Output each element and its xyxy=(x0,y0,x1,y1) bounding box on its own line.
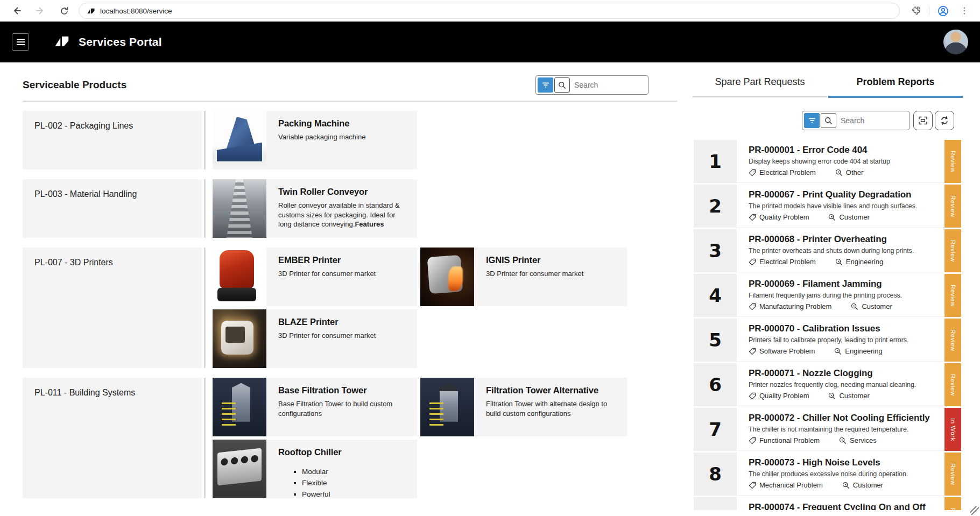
status-badge: Review xyxy=(944,453,961,496)
section-divider xyxy=(204,111,206,169)
row-number: 1 xyxy=(694,140,737,183)
forward-icon[interactable] xyxy=(32,3,48,19)
row-number: 2 xyxy=(694,185,737,228)
filter-button[interactable] xyxy=(804,113,820,128)
app-title: Services Portal xyxy=(79,36,162,48)
problem-report-row[interactable]: 7 PR-000072 - Chiller Not Cooling Effici… xyxy=(694,408,961,451)
menu-button[interactable] xyxy=(12,33,29,51)
report-title: PR-000071 - Nozzle Clogging xyxy=(749,368,942,379)
browser-menu-icon[interactable]: ⋮ xyxy=(956,3,972,19)
report-description: The chiller produces excessive noise dur… xyxy=(749,470,942,478)
tag-icon xyxy=(749,437,756,444)
product-sections: PL-002 - Packaging Lines Packing Machine… xyxy=(23,111,648,501)
app-header: Services Portal xyxy=(0,22,980,62)
status-badge: Review xyxy=(944,363,961,406)
product-title: Filtration Tower Alternative xyxy=(486,385,617,395)
report-description: The printer overheats and shuts down dur… xyxy=(749,247,942,255)
url-bar[interactable]: localhost:8080/service xyxy=(79,3,900,19)
detection-icon xyxy=(828,214,836,221)
products-search-input[interactable] xyxy=(570,81,646,89)
product-item[interactable]: BLAZE Printer 3D Printer for consumer ma… xyxy=(213,309,417,368)
tab-spare-part-requests[interactable]: Spare Part Requests xyxy=(693,76,827,97)
reload-icon[interactable] xyxy=(56,3,72,19)
product-title: Packing Machine xyxy=(278,118,407,129)
report-tags: Mechanical Problem Customer xyxy=(749,481,942,489)
product-item[interactable]: Base Filtration Tower Base Filtration To… xyxy=(213,378,417,436)
product-item[interactable]: IGNIS Printer 3D Printer for consumer ma… xyxy=(420,248,627,306)
resize-grip[interactable] xyxy=(970,506,979,515)
product-description: 3D Printer for consumer market xyxy=(486,269,617,279)
products-search xyxy=(535,75,648,95)
product-description: Variable packaging machine xyxy=(278,132,407,142)
product-line-card[interactable]: PL-011 - Building Systems xyxy=(23,378,202,498)
product-title: EMBER Printer xyxy=(278,255,407,265)
reported-by-tag: Engineering xyxy=(835,258,883,266)
report-description: Printers fail to calibrate properly, lea… xyxy=(749,336,942,344)
row-number: 9 xyxy=(694,497,737,510)
search-icon[interactable] xyxy=(821,113,836,128)
problem-report-row[interactable]: 9 PR-000074 - Frequent Cycling On and Of… xyxy=(694,497,961,510)
status-badge: Review xyxy=(944,497,961,510)
product-title: Rooftop Chiller xyxy=(278,447,407,457)
row-number: 6 xyxy=(694,363,737,406)
product-item[interactable]: EMBER Printer 3D Printer for consumer ma… xyxy=(213,248,417,306)
row-number: 5 xyxy=(694,319,737,362)
report-tags: Manufacturing Problem Customer xyxy=(749,302,942,310)
report-content: PR-000073 - High Noise Levels The chille… xyxy=(737,453,944,496)
problem-report-row[interactable]: 4 PR-000069 - Filament Jamming Filament … xyxy=(694,274,961,317)
product-title: IGNIS Printer xyxy=(486,255,617,265)
reports-toolbar xyxy=(802,111,980,130)
report-content: PR-000068 - Printer Overheating The prin… xyxy=(737,229,944,272)
section-divider xyxy=(204,248,206,368)
product-item[interactable]: Filtration Tower Alternative Filtration … xyxy=(420,378,627,436)
problem-report-row[interactable]: 2 PR-000067 - Print Quality Degradation … xyxy=(694,185,961,228)
product-item[interactable]: Packing Machine Variable packaging machi… xyxy=(213,111,417,169)
report-description: Filament frequently jams during the prin… xyxy=(749,292,942,299)
tag-icon xyxy=(749,482,756,489)
expand-button[interactable] xyxy=(913,111,933,130)
report-title: PR-000067 - Print Quality Degradation xyxy=(749,189,942,200)
product-feature: Powerful xyxy=(302,489,407,498)
product-item[interactable]: Rooftop Chiller ModularFlexiblePowerful xyxy=(213,440,417,498)
screen: localhost:8080/service ⋮ Services Portal… xyxy=(0,0,980,516)
product-line-label: PL-002 - Packaging Lines xyxy=(34,121,133,130)
report-tags: Software Problem Engineering xyxy=(749,347,942,355)
tab-bar: Spare Part Requests Problem Reports xyxy=(678,62,980,101)
problem-report-row[interactable]: 5 PR-000070 - Calibration Issues Printer… xyxy=(694,319,961,362)
tab-problem-reports[interactable]: Problem Reports xyxy=(828,76,963,97)
report-title: PR-000074 - Frequent Cycling On and Off xyxy=(749,502,942,510)
product-line-card[interactable]: PL-002 - Packaging Lines xyxy=(23,111,202,169)
products-panel: Serviceable Products PL-002 - Packaging … xyxy=(0,62,678,516)
problem-report-row[interactable]: 8 PR-000073 - High Noise Levels The chil… xyxy=(694,453,961,496)
product-image xyxy=(213,248,266,306)
reports-search-input[interactable] xyxy=(836,116,907,125)
report-description: The printed models have visible lines an… xyxy=(749,202,942,210)
product-line-card[interactable]: PL-007 - 3D Printers xyxy=(23,248,202,368)
section-divider xyxy=(204,378,206,498)
product-line-card[interactable]: PL-003 - Material Handling xyxy=(23,179,202,238)
product-card: BLAZE Printer 3D Printer for consumer ma… xyxy=(266,309,417,368)
report-content: PR-000072 - Chiller Not Cooling Efficien… xyxy=(737,408,944,451)
problem-report-row[interactable]: 6 PR-000071 - Nozzle Clogging Printer no… xyxy=(694,363,961,406)
status-badge: Review xyxy=(944,185,961,228)
back-icon[interactable] xyxy=(9,3,25,19)
search-icon[interactable] xyxy=(554,77,570,93)
problem-report-row[interactable]: 1 PR-000001 - Error Code 404 Display kee… xyxy=(694,140,961,183)
filter-button[interactable] xyxy=(538,77,553,93)
product-card: IGNIS Printer 3D Printer for consumer ma… xyxy=(474,248,627,306)
report-title: PR-000073 - High Noise Levels xyxy=(749,457,942,468)
profile-icon[interactable] xyxy=(935,3,951,19)
user-avatar[interactable] xyxy=(943,30,968,54)
status-badge: Review xyxy=(944,274,961,317)
refresh-button[interactable] xyxy=(935,111,954,130)
product-card: EMBER Printer 3D Printer for consumer ma… xyxy=(266,248,417,306)
reports-panel: Spare Part Requests Problem Reports xyxy=(678,62,980,516)
problem-report-row[interactable]: 3 PR-000068 - Printer Overheating The pr… xyxy=(694,229,961,272)
report-tags: Quality Problem Customer xyxy=(749,213,942,221)
extensions-icon[interactable] xyxy=(907,3,923,19)
product-image xyxy=(420,248,474,306)
product-item[interactable]: Twin Roller Conveyor Roller conveyor ava… xyxy=(213,179,417,238)
product-title: BLAZE Printer xyxy=(278,317,407,327)
tag-icon xyxy=(749,348,756,355)
url-text: localhost:8080/service xyxy=(100,7,172,15)
